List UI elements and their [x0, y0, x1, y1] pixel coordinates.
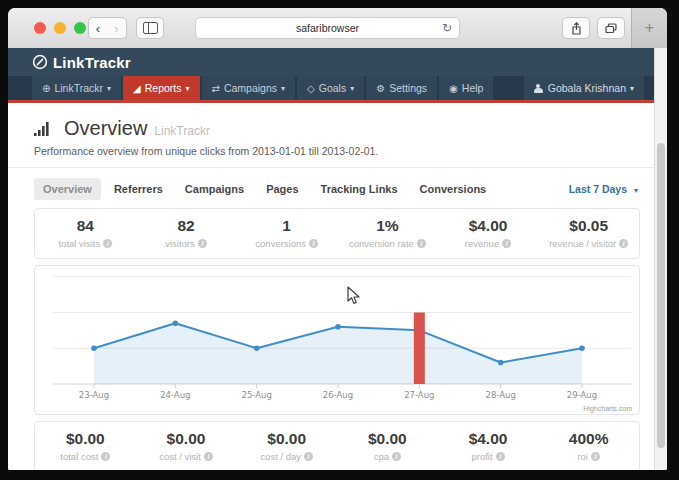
nav-item-linktrackr[interactable]: ⊕LinkTrackr▾ [32, 76, 121, 100]
info-icon[interactable]: i [304, 452, 313, 461]
reload-icon[interactable]: ↻ [442, 21, 452, 35]
stat-label: conversions [255, 238, 306, 249]
linktrackr-logo[interactable]: LinkTrackr [32, 54, 131, 71]
overview-chart[interactable]: 23-Aug24-Aug25-Aug26-Aug27-Aug28-Aug29-A… [35, 266, 639, 414]
info-icon[interactable]: i [496, 452, 505, 461]
stat-revenue: $4.00revenuei [438, 209, 539, 258]
window-controls [34, 22, 86, 34]
caret-down-icon: ▾ [107, 84, 111, 93]
stat-label: roi [577, 451, 588, 462]
info-icon[interactable]: i [417, 239, 426, 248]
nav-item-campaigns[interactable]: ⇄Campaigns▾ [202, 76, 296, 100]
info-icon[interactable]: i [309, 239, 318, 248]
forward-button[interactable]: › [107, 17, 127, 39]
close-window-button[interactable] [34, 22, 46, 34]
nav-item-label: Goals [319, 82, 346, 94]
x-axis-label: 28-Aug [486, 390, 516, 400]
sidebar-toggle-button[interactable] [136, 17, 164, 39]
nav-item-help[interactable]: ◉Help [439, 76, 493, 100]
caret-down-icon: ▾ [281, 84, 285, 93]
tab-tracking-links[interactable]: Tracking Links [312, 178, 407, 200]
page-header: Overview LinkTrackr Performance overview… [8, 103, 654, 168]
scrollbar-thumb[interactable] [657, 143, 665, 448]
nav-item-reports[interactable]: ◢Reports▾ [123, 76, 199, 100]
page-title-suffix: LinkTrackr [154, 120, 210, 138]
stat-total-visits: 84total visitsi [35, 209, 136, 258]
stat-roi: 400%roii [538, 422, 639, 470]
x-axis-label: 23-Aug [79, 390, 109, 400]
forward-icon: › [114, 21, 118, 36]
data-point [173, 320, 179, 326]
x-axis-label: 24-Aug [160, 390, 190, 400]
stat-label: revenue [465, 238, 499, 249]
info-icon[interactable]: i [101, 452, 110, 461]
stat-value: 1% [337, 217, 438, 235]
sidebar-icon [143, 22, 158, 34]
tab-conversions[interactable]: Conversions [411, 178, 496, 200]
page-scrollbar[interactable] [654, 48, 667, 470]
bar-chart-icon [34, 121, 56, 136]
stat-label: total cost [60, 451, 98, 462]
area-series [94, 323, 582, 384]
tab-overview[interactable]: Overview [34, 178, 101, 200]
main-nav: ⊕LinkTrackr▾◢Reports▾⇄Campaigns▾◇Goals▾⚙… [8, 76, 654, 100]
globe-icon: ⊕ [42, 83, 50, 94]
share-button[interactable] [562, 17, 590, 39]
tab-campaigns[interactable]: Campaigns [176, 178, 253, 200]
stat-value: $0.00 [35, 430, 136, 448]
nav-item-settings[interactable]: ⚙Settings [366, 76, 437, 100]
user-name: Gobala Krishnan [548, 82, 626, 94]
new-tab-button[interactable]: + [631, 8, 667, 48]
stats-row-bottom: $0.00total costi$0.00cost / visiti$0.00c… [34, 421, 640, 470]
shuffle-icon: ⇄ [212, 83, 220, 94]
info-icon[interactable]: i [502, 239, 511, 248]
stat-label: cpa [374, 451, 389, 462]
stat-profit: $4.00profiti [438, 422, 539, 470]
back-icon: ‹ [96, 21, 100, 36]
logo-text: LinkTrackr [53, 54, 131, 71]
page-subtitle: Performance overview from unique clicks … [34, 145, 638, 157]
stat-label: visitors [165, 238, 195, 249]
stat-conversions: 1conversionsi [236, 209, 337, 258]
info-icon[interactable]: i [619, 239, 628, 248]
stat-value: 400% [538, 430, 639, 448]
diamond-icon: ◇ [307, 83, 315, 94]
back-button[interactable]: ‹ [88, 17, 108, 39]
stat-conversion-rate: 1%conversion ratei [337, 209, 438, 258]
minimize-window-button[interactable] [54, 22, 66, 34]
stat-value: $0.00 [136, 430, 237, 448]
webpage: LinkTrackr ⊕LinkTrackr▾◢Reports▾⇄Campaig… [8, 48, 654, 470]
link-icon [32, 54, 48, 70]
data-point [91, 345, 97, 351]
user-menu[interactable]: Gobala Krishnan▾ [524, 76, 644, 100]
nav-item-goals[interactable]: ◇Goals▾ [297, 76, 364, 100]
person-icon [534, 84, 543, 93]
tab-pages[interactable]: Pages [257, 178, 307, 200]
nav-item-label: Campaigns [224, 82, 277, 94]
stat-label: cost / day [260, 451, 301, 462]
address-bar[interactable]: safaribrowser ↻ [195, 17, 460, 39]
stat-value: $0.05 [538, 217, 639, 235]
stat-label: total visits [58, 238, 100, 249]
tab-referrers[interactable]: Referrers [105, 178, 172, 200]
mouse-cursor [347, 286, 360, 305]
stats-row-top: 84total visitsi82visitorsi1conversionsi1… [34, 208, 640, 259]
info-icon[interactable]: i [204, 452, 213, 461]
stat-label: conversion rate [349, 238, 414, 249]
nav-item-label: Reports [145, 82, 182, 94]
nav-item-label: Settings [389, 82, 427, 94]
stat-value: 84 [35, 217, 136, 235]
stat-value: $0.00 [236, 430, 337, 448]
info-icon[interactable]: i [198, 239, 207, 248]
info-icon[interactable]: i [392, 452, 401, 461]
date-range-selector[interactable]: Last 7 Days ▾ [569, 183, 638, 195]
tabs-icon [605, 23, 617, 34]
zoom-window-button[interactable] [74, 22, 86, 34]
chevron-down-icon: ▾ [634, 186, 638, 195]
info-icon[interactable]: i [591, 452, 600, 461]
stat-value: $4.00 [438, 430, 539, 448]
chart-credits: Highcharts.com [583, 405, 632, 412]
stat-cost-day: $0.00cost / dayi [236, 422, 337, 470]
tab-overview-button[interactable] [597, 17, 625, 39]
info-icon[interactable]: i [103, 239, 112, 248]
